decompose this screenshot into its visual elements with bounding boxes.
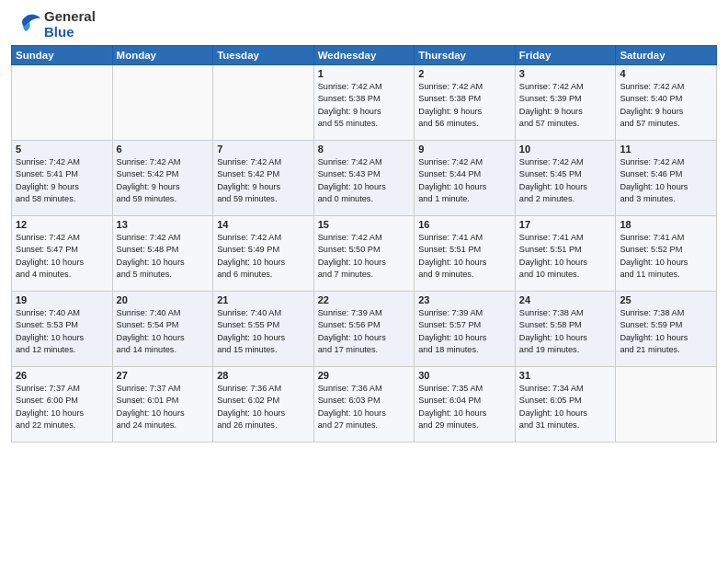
day-info: Sunrise: 7:40 AM Sunset: 5:53 PM Dayligh… <box>16 307 108 356</box>
calendar-table: SundayMondayTuesdayWednesdayThursdayFrid… <box>11 45 717 442</box>
calendar-cell: 21Sunrise: 7:40 AM Sunset: 5:55 PM Dayli… <box>213 292 314 367</box>
day-info: Sunrise: 7:41 AM Sunset: 5:52 PM Dayligh… <box>620 232 712 281</box>
calendar-cell: 22Sunrise: 7:39 AM Sunset: 5:56 PM Dayli… <box>313 292 415 367</box>
day-info: Sunrise: 7:37 AM Sunset: 6:00 PM Dayligh… <box>16 383 108 431</box>
day-number: 12 <box>16 219 108 230</box>
calendar-cell: 25Sunrise: 7:38 AM Sunset: 5:59 PM Dayli… <box>616 292 717 367</box>
calendar-cell: 26Sunrise: 7:37 AM Sunset: 6:00 PM Dayli… <box>12 367 113 442</box>
calendar-cell: 5Sunrise: 7:42 AM Sunset: 5:41 PM Daylig… <box>12 141 113 216</box>
day-number: 8 <box>318 144 411 155</box>
calendar-cell: 24Sunrise: 7:38 AM Sunset: 5:58 PM Dayli… <box>515 292 616 367</box>
day-number: 26 <box>16 370 108 381</box>
day-info: Sunrise: 7:42 AM Sunset: 5:50 PM Dayligh… <box>318 232 411 281</box>
calendar-cell: 3Sunrise: 7:42 AM Sunset: 5:39 PM Daylig… <box>515 65 616 141</box>
column-header-sunday: Sunday <box>12 46 113 65</box>
calendar-cell: 31Sunrise: 7:34 AM Sunset: 6:05 PM Dayli… <box>515 367 616 442</box>
calendar-cell: 29Sunrise: 7:36 AM Sunset: 6:03 PM Dayli… <box>313 367 415 442</box>
day-number: 30 <box>418 370 511 381</box>
day-info: Sunrise: 7:42 AM Sunset: 5:40 PM Dayligh… <box>620 81 712 130</box>
calendar-cell: 8Sunrise: 7:42 AM Sunset: 5:43 PM Daylig… <box>313 141 415 216</box>
day-number: 13 <box>117 219 210 230</box>
logo-general-text: General <box>44 9 96 25</box>
day-number: 22 <box>318 294 411 305</box>
day-info: Sunrise: 7:42 AM Sunset: 5:39 PM Dayligh… <box>519 81 612 130</box>
day-number: 2 <box>418 68 511 79</box>
calendar-cell <box>213 65 314 141</box>
column-header-saturday: Saturday <box>616 46 717 65</box>
week-row-5: 26Sunrise: 7:37 AM Sunset: 6:00 PM Dayli… <box>12 367 717 442</box>
day-number: 25 <box>620 294 712 305</box>
calendar-cell: 6Sunrise: 7:42 AM Sunset: 5:42 PM Daylig… <box>112 141 213 216</box>
day-number: 18 <box>620 219 712 230</box>
column-header-thursday: Thursday <box>415 46 516 65</box>
calendar-cell <box>112 65 213 141</box>
day-number: 16 <box>418 219 511 230</box>
day-number: 7 <box>217 144 310 155</box>
logo: General Blue <box>11 9 96 40</box>
calendar-cell <box>616 367 717 442</box>
day-info: Sunrise: 7:34 AM Sunset: 6:05 PM Dayligh… <box>519 383 612 431</box>
page-container: General Blue SundayMondayTuesdayWednesda… <box>0 0 728 450</box>
day-info: Sunrise: 7:42 AM Sunset: 5:42 PM Dayligh… <box>217 156 310 205</box>
day-info: Sunrise: 7:36 AM Sunset: 6:03 PM Dayligh… <box>318 383 411 431</box>
day-number: 9 <box>418 144 511 155</box>
calendar-cell: 16Sunrise: 7:41 AM Sunset: 5:51 PM Dayli… <box>415 216 516 292</box>
header: General Blue <box>11 9 717 40</box>
day-info: Sunrise: 7:41 AM Sunset: 5:51 PM Dayligh… <box>519 232 612 281</box>
week-row-4: 19Sunrise: 7:40 AM Sunset: 5:53 PM Dayli… <box>12 292 717 367</box>
day-info: Sunrise: 7:42 AM Sunset: 5:44 PM Dayligh… <box>418 156 511 205</box>
day-number: 10 <box>519 144 612 155</box>
day-number: 1 <box>318 68 411 79</box>
day-info: Sunrise: 7:39 AM Sunset: 5:56 PM Dayligh… <box>318 307 411 356</box>
column-header-monday: Monday <box>112 46 213 65</box>
day-number: 31 <box>519 370 612 381</box>
day-info: Sunrise: 7:42 AM Sunset: 5:49 PM Dayligh… <box>217 232 310 281</box>
day-info: Sunrise: 7:39 AM Sunset: 5:57 PM Dayligh… <box>418 307 511 356</box>
calendar-cell: 7Sunrise: 7:42 AM Sunset: 5:42 PM Daylig… <box>213 141 314 216</box>
week-row-1: 1Sunrise: 7:42 AM Sunset: 5:38 PM Daylig… <box>12 65 717 141</box>
day-number: 17 <box>519 219 612 230</box>
calendar-cell: 28Sunrise: 7:36 AM Sunset: 6:02 PM Dayli… <box>213 367 314 442</box>
calendar-cell: 14Sunrise: 7:42 AM Sunset: 5:49 PM Dayli… <box>213 216 314 292</box>
day-number: 29 <box>318 370 411 381</box>
day-number: 5 <box>16 144 108 155</box>
calendar-cell: 11Sunrise: 7:42 AM Sunset: 5:46 PM Dayli… <box>616 141 717 216</box>
calendar-cell: 2Sunrise: 7:42 AM Sunset: 5:38 PM Daylig… <box>415 65 516 141</box>
calendar-cell: 27Sunrise: 7:37 AM Sunset: 6:01 PM Dayli… <box>112 367 213 442</box>
day-number: 21 <box>217 294 310 305</box>
calendar-cell <box>12 65 113 141</box>
calendar-cell: 10Sunrise: 7:42 AM Sunset: 5:45 PM Dayli… <box>515 141 616 216</box>
day-number: 20 <box>117 294 210 305</box>
column-header-friday: Friday <box>515 46 616 65</box>
day-info: Sunrise: 7:40 AM Sunset: 5:54 PM Dayligh… <box>117 307 210 356</box>
calendar-cell: 19Sunrise: 7:40 AM Sunset: 5:53 PM Dayli… <box>12 292 113 367</box>
week-row-2: 5Sunrise: 7:42 AM Sunset: 5:41 PM Daylig… <box>12 141 717 216</box>
day-number: 24 <box>519 294 612 305</box>
calendar-cell: 30Sunrise: 7:35 AM Sunset: 6:04 PM Dayli… <box>415 367 516 442</box>
day-info: Sunrise: 7:42 AM Sunset: 5:38 PM Dayligh… <box>418 81 511 130</box>
day-number: 15 <box>318 219 411 230</box>
day-info: Sunrise: 7:42 AM Sunset: 5:48 PM Dayligh… <box>117 232 210 281</box>
day-info: Sunrise: 7:42 AM Sunset: 5:38 PM Dayligh… <box>318 81 411 130</box>
day-info: Sunrise: 7:42 AM Sunset: 5:45 PM Dayligh… <box>519 156 612 205</box>
calendar-header-row: SundayMondayTuesdayWednesdayThursdayFrid… <box>12 46 717 65</box>
day-info: Sunrise: 7:42 AM Sunset: 5:47 PM Dayligh… <box>16 232 108 281</box>
day-number: 14 <box>217 219 310 230</box>
day-number: 23 <box>418 294 511 305</box>
logo-blue-text: Blue <box>44 25 96 40</box>
day-number: 3 <box>519 68 612 79</box>
calendar-cell: 20Sunrise: 7:40 AM Sunset: 5:54 PM Dayli… <box>112 292 213 367</box>
calendar-cell: 9Sunrise: 7:42 AM Sunset: 5:44 PM Daylig… <box>415 141 516 216</box>
day-number: 19 <box>16 294 108 305</box>
logo-bird-icon <box>11 13 40 37</box>
column-header-wednesday: Wednesday <box>313 46 415 65</box>
calendar-cell: 1Sunrise: 7:42 AM Sunset: 5:38 PM Daylig… <box>313 65 415 141</box>
day-number: 6 <box>117 144 210 155</box>
day-info: Sunrise: 7:36 AM Sunset: 6:02 PM Dayligh… <box>217 383 310 431</box>
day-info: Sunrise: 7:42 AM Sunset: 5:42 PM Dayligh… <box>117 156 210 205</box>
day-info: Sunrise: 7:37 AM Sunset: 6:01 PM Dayligh… <box>117 383 210 431</box>
day-info: Sunrise: 7:35 AM Sunset: 6:04 PM Dayligh… <box>418 383 511 431</box>
column-header-tuesday: Tuesday <box>213 46 314 65</box>
calendar-cell: 23Sunrise: 7:39 AM Sunset: 5:57 PM Dayli… <box>415 292 516 367</box>
day-info: Sunrise: 7:38 AM Sunset: 5:58 PM Dayligh… <box>519 307 612 356</box>
